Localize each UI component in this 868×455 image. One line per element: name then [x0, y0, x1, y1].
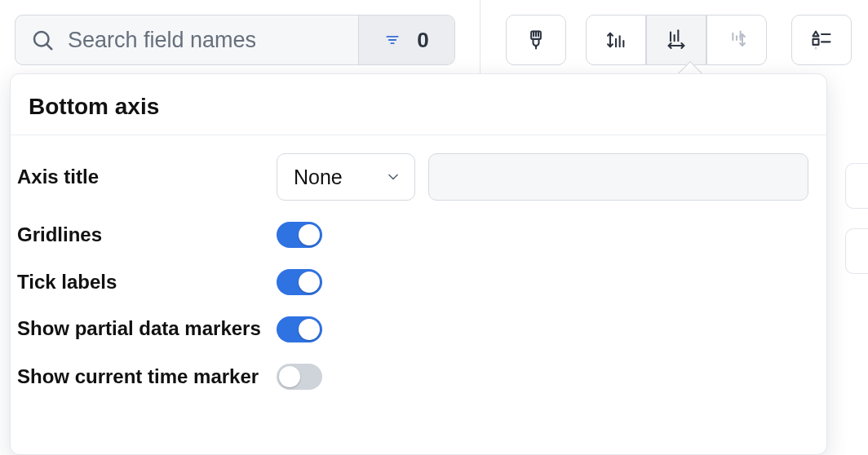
- both-axes-button[interactable]: [706, 15, 767, 65]
- axis-title-input[interactable]: [428, 153, 808, 201]
- filter-count-value: 0: [417, 28, 428, 53]
- axis-title-label: Axis title: [16, 165, 277, 189]
- legend-icon: [810, 29, 833, 51]
- toolbar-divider: [480, 0, 480, 83]
- time-marker-label: Show current time marker: [16, 364, 277, 389]
- left-axis-button[interactable]: [586, 15, 646, 65]
- tick-labels-toggle[interactable]: [277, 269, 322, 295]
- toggle-knob: [299, 224, 320, 245]
- gridlines-toggle[interactable]: [277, 222, 322, 248]
- svg-line-1: [47, 45, 52, 50]
- vertical-axis-icon: [604, 29, 627, 51]
- svg-rect-21: [813, 39, 819, 45]
- axis-title-mode-select[interactable]: None: [277, 153, 415, 201]
- search-input[interactable]: [66, 27, 343, 54]
- axis-title-mode-value: None: [294, 166, 343, 189]
- both-axes-icon: [725, 29, 748, 51]
- panel-title: Bottom axis: [29, 94, 808, 120]
- filter-icon: [384, 32, 401, 48]
- axis-settings-panel: Bottom axis Axis title None Gridlines Ti…: [10, 73, 827, 455]
- background-chip: [845, 228, 868, 274]
- horizontal-axis-icon: [665, 29, 688, 51]
- partial-markers-toggle[interactable]: [277, 316, 322, 342]
- toggle-knob: [299, 319, 320, 340]
- partial-markers-label: Show partial data markers: [16, 316, 277, 341]
- tick-labels-label: Tick labels: [16, 270, 277, 294]
- bottom-axis-button[interactable]: [646, 15, 706, 65]
- brush-icon: [525, 29, 547, 51]
- time-marker-toggle[interactable]: [277, 364, 322, 390]
- chevron-down-icon: [385, 169, 401, 185]
- appearance-button[interactable]: [506, 15, 566, 65]
- search-container: 0: [15, 15, 455, 65]
- legend-button[interactable]: [791, 15, 852, 65]
- search-icon: [30, 28, 55, 52]
- toggle-knob: [299, 272, 320, 293]
- toggle-knob: [279, 366, 300, 387]
- gridlines-label: Gridlines: [16, 223, 277, 247]
- background-chip: [845, 163, 868, 209]
- filter-count-button[interactable]: 0: [358, 15, 454, 64]
- svg-marker-19: [813, 32, 819, 37]
